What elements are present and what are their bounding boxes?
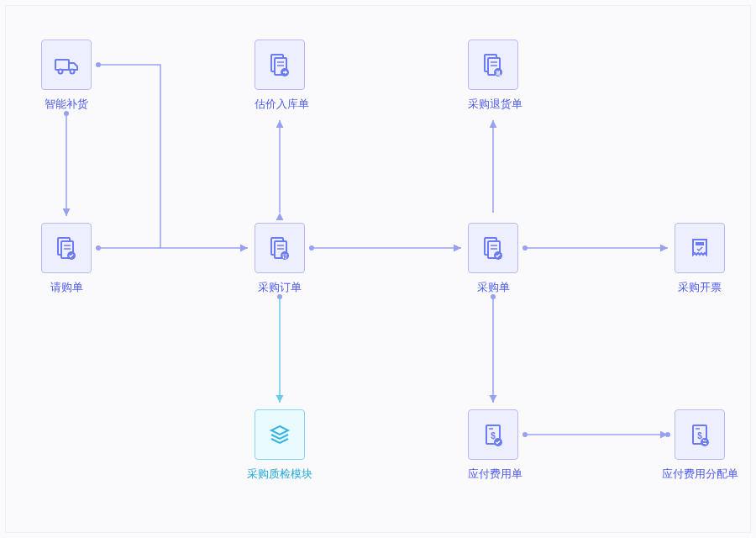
- svg-point-13: [522, 245, 528, 251]
- node-label: 应付费用单: [468, 467, 518, 482]
- node-box: [468, 223, 518, 273]
- svg-text:订: 订: [281, 253, 287, 259]
- node-box: [255, 409, 305, 460]
- connector-layer: [6, 6, 752, 534]
- doc-return-icon: 退: [480, 51, 507, 78]
- node-box: [41, 223, 92, 273]
- node-smart-replenish[interactable]: 智能补货: [41, 40, 92, 112]
- node-box: [255, 40, 305, 90]
- node-purchase-return[interactable]: 退 采购退货单: [468, 40, 518, 112]
- node-valuation-inbound[interactable]: 估价入库单: [255, 40, 305, 112]
- svg-point-21: [59, 70, 63, 74]
- doc-arrow-icon: [266, 51, 293, 78]
- layers-icon: [266, 421, 293, 448]
- node-payable-allocation[interactable]: $ 应付费用分配单: [675, 409, 725, 482]
- node-box: $: [468, 409, 518, 460]
- node-purchase-request[interactable]: 请购单: [41, 223, 92, 295]
- diagram-container: 智能补货 请购单 估价入库单 订 采购订单 采购质检模块 退 采购退货单: [5, 5, 751, 533]
- doc-check-icon: [53, 235, 80, 261]
- node-payable-fee[interactable]: $ 应付费用单: [468, 409, 518, 482]
- svg-point-7: [309, 245, 314, 251]
- svg-text:$: $: [491, 431, 496, 440]
- node-box: [41, 40, 92, 90]
- node-purchase-bill[interactable]: 采购单: [468, 223, 518, 295]
- doc-check-icon: [480, 235, 507, 261]
- svg-point-58: [701, 438, 709, 446]
- svg-text:$: $: [697, 431, 702, 440]
- receipt-icon: [686, 235, 713, 261]
- svg-point-17: [522, 432, 528, 437]
- svg-rect-54: [696, 242, 704, 245]
- node-purchase-qc[interactable]: 采购质检模块: [255, 409, 305, 482]
- doc-swap-icon: $: [686, 421, 713, 448]
- svg-point-2: [96, 245, 101, 251]
- node-label: 估价入库单: [255, 97, 305, 112]
- node-purchase-order[interactable]: 订 采购订单: [255, 223, 305, 295]
- node-label: 采购质检模块: [229, 467, 330, 482]
- truck-icon: [53, 51, 80, 78]
- svg-rect-20: [55, 60, 69, 70]
- node-box: [675, 223, 725, 273]
- node-label: 智能补货: [41, 97, 92, 112]
- node-label: 采购订单: [255, 280, 305, 295]
- svg-text:退: 退: [495, 70, 501, 76]
- svg-point-4: [96, 62, 101, 67]
- node-box: $: [675, 409, 725, 460]
- node-label: 请购单: [41, 280, 92, 295]
- node-box: 退: [468, 40, 518, 90]
- node-purchase-invoice[interactable]: 采购开票: [675, 223, 725, 295]
- node-box: 订: [255, 223, 305, 273]
- doc-order-icon: 订: [266, 235, 293, 261]
- svg-point-22: [71, 70, 75, 74]
- node-label: 采购单: [468, 280, 518, 295]
- svg-point-19: [665, 432, 670, 437]
- doc-money-icon: $: [480, 421, 507, 448]
- node-label: 采购退货单: [468, 97, 518, 112]
- node-label: 应付费用分配单: [649, 467, 750, 482]
- node-label: 采购开票: [675, 280, 725, 295]
